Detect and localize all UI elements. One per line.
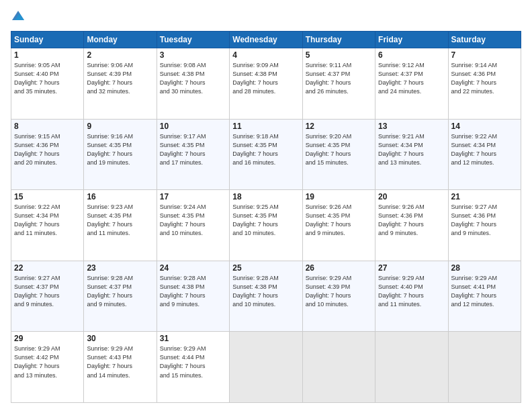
calendar-table: SundayMondayTuesdayWednesdayThursdayFrid… — [11, 31, 521, 403]
day-cell: 15Sunrise: 9:22 AMSunset: 4:34 PMDayligh… — [11, 190, 84, 261]
day-number: 15 — [14, 192, 81, 201]
day-info: Sunrise: 9:06 AMSunset: 4:39 PMDaylight:… — [87, 61, 153, 96]
day-info: Sunrise: 9:28 AMSunset: 4:37 PMDaylight:… — [87, 274, 153, 309]
day-info: Sunrise: 9:27 AMSunset: 4:37 PMDaylight:… — [14, 274, 81, 309]
day-number: 31 — [160, 334, 226, 343]
day-info: Sunrise: 9:27 AMSunset: 4:36 PMDaylight:… — [451, 203, 518, 238]
day-info: Sunrise: 9:29 AMSunset: 4:41 PMDaylight:… — [451, 274, 518, 309]
day-cell: 10Sunrise: 9:17 AMSunset: 4:35 PMDayligh… — [157, 119, 229, 190]
day-cell: 29Sunrise: 9:29 AMSunset: 4:42 PMDayligh… — [11, 332, 84, 403]
day-cell — [448, 332, 521, 403]
logo — [11, 8, 28, 26]
day-number: 14 — [451, 122, 518, 131]
day-info: Sunrise: 9:08 AMSunset: 4:38 PMDaylight:… — [160, 61, 226, 96]
day-number: 5 — [306, 50, 372, 60]
day-cell: 3Sunrise: 9:08 AMSunset: 4:38 PMDaylight… — [157, 48, 229, 120]
day-cell: 20Sunrise: 9:26 AMSunset: 4:36 PMDayligh… — [375, 190, 448, 261]
column-header-thursday: Thursday — [302, 32, 375, 48]
day-cell — [230, 332, 302, 403]
week-row-4: 22Sunrise: 9:27 AMSunset: 4:37 PMDayligh… — [11, 261, 521, 332]
day-info: Sunrise: 9:22 AMSunset: 4:34 PMDaylight:… — [14, 203, 81, 238]
day-number: 2 — [87, 50, 153, 60]
day-number: 22 — [14, 263, 81, 273]
day-cell: 25Sunrise: 9:28 AMSunset: 4:38 PMDayligh… — [230, 261, 302, 332]
week-row-1: 1Sunrise: 9:05 AMSunset: 4:40 PMDaylight… — [11, 48, 521, 120]
day-number: 24 — [160, 263, 226, 273]
column-header-monday: Monday — [84, 32, 157, 48]
day-number: 10 — [160, 122, 226, 131]
day-info: Sunrise: 9:29 AMSunset: 4:39 PMDaylight:… — [306, 274, 372, 309]
day-info: Sunrise: 9:21 AMSunset: 4:34 PMDaylight:… — [378, 132, 445, 167]
day-info: Sunrise: 9:28 AMSunset: 4:38 PMDaylight:… — [160, 274, 226, 309]
day-cell: 23Sunrise: 9:28 AMSunset: 4:37 PMDayligh… — [84, 261, 157, 332]
day-number: 28 — [451, 263, 518, 273]
day-number: 23 — [87, 263, 153, 273]
week-row-2: 8Sunrise: 9:15 AMSunset: 4:36 PMDaylight… — [11, 119, 521, 190]
day-cell: 19Sunrise: 9:26 AMSunset: 4:35 PMDayligh… — [302, 190, 375, 261]
day-cell: 2Sunrise: 9:06 AMSunset: 4:39 PMDaylight… — [84, 48, 157, 120]
day-cell: 22Sunrise: 9:27 AMSunset: 4:37 PMDayligh… — [11, 261, 84, 332]
day-cell: 28Sunrise: 9:29 AMSunset: 4:41 PMDayligh… — [448, 261, 521, 332]
day-cell: 7Sunrise: 9:14 AMSunset: 4:36 PMDaylight… — [448, 48, 521, 120]
day-number: 9 — [87, 122, 153, 131]
day-number: 4 — [232, 50, 299, 60]
day-number: 19 — [306, 192, 372, 201]
day-cell: 8Sunrise: 9:15 AMSunset: 4:36 PMDaylight… — [11, 119, 84, 190]
day-cell: 13Sunrise: 9:21 AMSunset: 4:34 PMDayligh… — [375, 119, 448, 190]
page: SundayMondayTuesdayWednesdayThursdayFrid… — [0, 0, 532, 411]
day-cell: 14Sunrise: 9:22 AMSunset: 4:34 PMDayligh… — [448, 119, 521, 190]
day-info: Sunrise: 9:29 AMSunset: 4:40 PMDaylight:… — [378, 274, 445, 309]
day-number: 21 — [451, 192, 518, 201]
day-cell: 9Sunrise: 9:16 AMSunset: 4:35 PMDaylight… — [84, 119, 157, 190]
logo-icon — [11, 8, 26, 26]
day-number: 13 — [378, 122, 445, 131]
day-cell: 17Sunrise: 9:24 AMSunset: 4:35 PMDayligh… — [157, 190, 229, 261]
day-info: Sunrise: 9:05 AMSunset: 4:40 PMDaylight:… — [14, 61, 81, 96]
day-info: Sunrise: 9:22 AMSunset: 4:34 PMDaylight:… — [451, 132, 518, 167]
day-number: 27 — [378, 263, 445, 273]
column-header-sunday: Sunday — [11, 32, 84, 48]
day-info: Sunrise: 9:16 AMSunset: 4:35 PMDaylight:… — [87, 132, 153, 167]
day-number: 16 — [87, 192, 153, 201]
day-cell: 18Sunrise: 9:25 AMSunset: 4:35 PMDayligh… — [230, 190, 302, 261]
day-number: 17 — [160, 192, 226, 201]
column-header-saturday: Saturday — [448, 32, 521, 48]
day-cell: 6Sunrise: 9:12 AMSunset: 4:37 PMDaylight… — [375, 48, 448, 120]
day-number: 29 — [14, 334, 81, 343]
day-cell — [375, 332, 448, 403]
day-info: Sunrise: 9:17 AMSunset: 4:35 PMDaylight:… — [160, 132, 226, 167]
day-cell: 1Sunrise: 9:05 AMSunset: 4:40 PMDaylight… — [11, 48, 84, 120]
day-number: 26 — [306, 263, 372, 273]
day-cell: 4Sunrise: 9:09 AMSunset: 4:38 PMDaylight… — [230, 48, 302, 120]
day-info: Sunrise: 9:29 AMSunset: 4:43 PMDaylight:… — [87, 345, 153, 379]
day-info: Sunrise: 9:29 AMSunset: 4:42 PMDaylight:… — [14, 345, 81, 379]
day-number: 1 — [14, 50, 81, 60]
day-number: 6 — [378, 50, 445, 60]
day-number: 18 — [232, 192, 299, 201]
day-cell: 30Sunrise: 9:29 AMSunset: 4:43 PMDayligh… — [84, 332, 157, 403]
day-info: Sunrise: 9:24 AMSunset: 4:35 PMDaylight:… — [160, 203, 226, 238]
column-header-wednesday: Wednesday — [230, 32, 302, 48]
day-info: Sunrise: 9:09 AMSunset: 4:38 PMDaylight:… — [232, 61, 299, 96]
day-cell: 16Sunrise: 9:23 AMSunset: 4:35 PMDayligh… — [84, 190, 157, 261]
day-info: Sunrise: 9:11 AMSunset: 4:37 PMDaylight:… — [306, 61, 372, 96]
column-header-friday: Friday — [375, 32, 448, 48]
day-cell: 11Sunrise: 9:18 AMSunset: 4:35 PMDayligh… — [230, 119, 302, 190]
day-cell: 12Sunrise: 9:20 AMSunset: 4:35 PMDayligh… — [302, 119, 375, 190]
column-header-tuesday: Tuesday — [157, 32, 229, 48]
day-cell: 26Sunrise: 9:29 AMSunset: 4:39 PMDayligh… — [302, 261, 375, 332]
day-info: Sunrise: 9:26 AMSunset: 4:35 PMDaylight:… — [306, 203, 372, 238]
week-row-3: 15Sunrise: 9:22 AMSunset: 4:34 PMDayligh… — [11, 190, 521, 261]
day-cell: 27Sunrise: 9:29 AMSunset: 4:40 PMDayligh… — [375, 261, 448, 332]
day-info: Sunrise: 9:15 AMSunset: 4:36 PMDaylight:… — [14, 132, 81, 167]
day-number: 25 — [232, 263, 299, 273]
day-number: 7 — [451, 50, 518, 60]
calendar-header-row: SundayMondayTuesdayWednesdayThursdayFrid… — [11, 32, 521, 48]
day-cell: 24Sunrise: 9:28 AMSunset: 4:38 PMDayligh… — [157, 261, 229, 332]
day-cell — [302, 332, 375, 403]
day-number: 3 — [160, 50, 226, 60]
header — [11, 8, 521, 26]
day-cell: 21Sunrise: 9:27 AMSunset: 4:36 PMDayligh… — [448, 190, 521, 261]
day-info: Sunrise: 9:14 AMSunset: 4:36 PMDaylight:… — [451, 61, 518, 96]
week-row-5: 29Sunrise: 9:29 AMSunset: 4:42 PMDayligh… — [11, 332, 521, 403]
